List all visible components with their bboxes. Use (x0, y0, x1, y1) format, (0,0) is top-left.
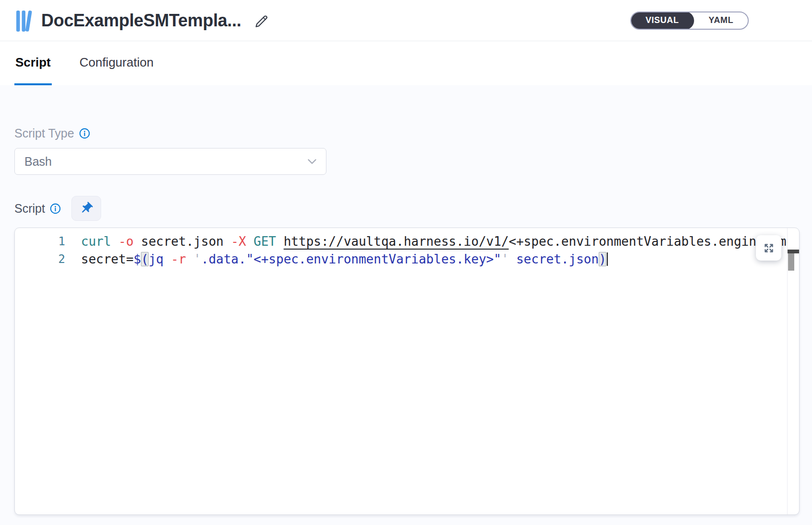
code-text: curl -o secret.json -X GET https://vault… (65, 233, 787, 251)
code-line[interactable]: 1curl -o secret.json -X GET https://vaul… (15, 233, 787, 251)
expand-icon (763, 242, 775, 254)
expand-button[interactable] (756, 235, 781, 261)
tab-script-label: Script (15, 55, 51, 70)
scrollbar-thumb[interactable] (788, 253, 794, 271)
scroll-annotation-marker (788, 250, 799, 253)
tab-script[interactable]: Script (14, 41, 52, 85)
tab-configuration-label: Configuration (80, 55, 154, 70)
script-type-label: Script Type (14, 126, 74, 140)
editor-scrollbar[interactable] (787, 228, 799, 514)
code-lines: 1curl -o secret.json -X GET https://vaul… (15, 228, 787, 513)
pencil-icon[interactable] (254, 14, 269, 29)
info-icon[interactable] (79, 128, 90, 139)
script-label-row: Script (14, 196, 800, 221)
text-cursor (607, 252, 608, 266)
script-type-value: Bash (24, 155, 52, 169)
pin-button[interactable] (71, 196, 101, 221)
visual-yaml-toggle: VISUAL YAML (630, 11, 749, 30)
library-icon (15, 9, 33, 33)
page-title: DocExampleSMTempla... (41, 11, 241, 31)
code-text: secret=$(jq -r '.data."<+spec.environmen… (65, 251, 608, 268)
script-label: Script (14, 202, 45, 216)
code-editor[interactable]: 1curl -o secret.json -X GET https://vaul… (14, 228, 800, 515)
header: DocExampleSMTempla... VISUAL YAML (0, 0, 812, 41)
template-studio-page: DocExampleSMTempla... VISUAL YAML Script… (0, 0, 812, 515)
tab-configuration[interactable]: Configuration (79, 41, 155, 85)
code-line[interactable]: 2secret=$(jq -r '.data."<+spec.environme… (15, 251, 787, 268)
pushpin-icon (79, 201, 93, 216)
toggle-yaml[interactable]: YAML (694, 11, 748, 30)
info-icon[interactable] (50, 203, 61, 214)
script-type-select[interactable]: Bash (14, 148, 326, 175)
chevron-down-icon (308, 159, 316, 164)
line-number: 1 (15, 233, 65, 251)
script-form: Script Type Bash Script (0, 85, 812, 515)
toggle-visual[interactable]: VISUAL (630, 11, 695, 30)
script-type-label-row: Script Type (14, 126, 90, 140)
tab-bar: Script Configuration (0, 41, 812, 85)
line-number: 2 (15, 251, 65, 268)
